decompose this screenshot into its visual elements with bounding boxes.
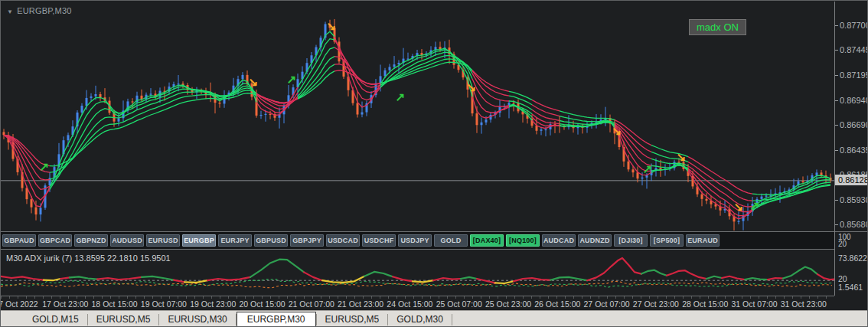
adx-scale-max: 73.8622: [838, 253, 867, 263]
price-chart-canvas[interactable]: ↗↘↗↘↗↘↘↗↘↘↗: [1, 2, 834, 232]
price-axis-label: 0.85680: [840, 220, 868, 229]
symbol-button-eurjpy[interactable]: EURJPY: [218, 234, 252, 247]
current-price-tag: 0.86128: [835, 175, 868, 185]
tab-divider: [452, 314, 452, 325]
symbol-button-eurgbp[interactable]: EURGBP: [182, 234, 216, 247]
buy-arrow-icon: ↗: [287, 73, 297, 86]
time-axis-label: 27 Oct 07:00: [584, 299, 630, 309]
time-axis-label: 19 Oct 07:00: [141, 299, 187, 309]
time-axis-label: 17 Oct 2022: [0, 299, 38, 309]
time-axis-label: 31 Oct 23:00: [781, 299, 827, 309]
buy-arrow-icon: ↗: [643, 162, 653, 175]
symbol-button-nq100[interactable]: [NQ100]: [506, 234, 540, 247]
symbol-button-dji30[interactable]: [DJI30]: [614, 234, 648, 247]
buy-arrow-icon: ↗: [396, 90, 406, 103]
price-axis-tick: [835, 125, 838, 126]
chart-tab-bar: GOLD,M15EURUSD,M5EURUSD,M30EURGBP,M30EUR…: [1, 310, 868, 327]
chart-tab-eurusd-m30[interactable]: EURUSD,M30: [159, 312, 235, 326]
time-axis-label: 21 Oct 07:00: [289, 299, 334, 309]
symbol-button-usdjpy[interactable]: USDJPY: [398, 234, 432, 247]
collapse-chart-icon[interactable]: ▼: [7, 8, 13, 15]
symbol-button-gbpcad[interactable]: GBPCAD: [38, 234, 72, 247]
adx-scale-min: 1.5461: [838, 283, 863, 292]
time-axis-label: 24 Oct 15:00: [387, 299, 432, 309]
sell-arrow-icon: ↘: [467, 80, 477, 93]
price-axis-label: 0.87700: [840, 21, 868, 30]
time-axis-label: 26 Oct 15:00: [534, 299, 580, 309]
price-axis-tick: [835, 100, 838, 101]
symbol-button-gbpaud[interactable]: GBPAUD: [2, 234, 36, 247]
time-axis-label: 21 Oct 23:00: [338, 299, 383, 309]
price-axis-label: 0.85930: [840, 195, 868, 204]
time-axis[interactable]: 17 Oct 202217 Oct 23:0018 Oct 15:0019 Oc…: [1, 296, 834, 310]
price-axis-tick: [835, 25, 838, 26]
price-axis[interactable]: 100 20 73.8622 20 1.5461 0.877000.874450…: [835, 1, 868, 310]
symbol-switcher-bar: GBPAUDGBPCADGBPNZDAUDUSDEURUSDEURGBPEURJ…: [1, 232, 834, 249]
subwindow-scale-20: 20: [838, 240, 847, 248]
sell-arrow-icon: ↘: [327, 19, 337, 32]
time-axis-label: 17 Oct 23:00: [42, 299, 88, 309]
time-axis-label: 25 Oct 23:00: [485, 299, 531, 309]
time-axis-label: 28 Oct 15:00: [682, 299, 728, 309]
chart-title: ▼EURGBP,M30: [7, 6, 72, 15]
price-axis-label: 0.86940: [840, 96, 868, 105]
chart-tab-eurusd-m5[interactable]: EURUSD,M5: [88, 312, 159, 326]
symbol-button-gold[interactable]: GOLD: [434, 234, 468, 247]
sell-arrow-icon: ↘: [734, 200, 744, 213]
chart-tab-gold-m15[interactable]: GOLD,M15: [24, 312, 87, 326]
symbol-button-usdcad[interactable]: USDCAD: [326, 234, 360, 247]
trading-platform-window: ↗↘↗↘↗↘↘↗↘↘↗ ▼EURGBP,M30 madx ON GBPAUDGB…: [0, 0, 868, 327]
price-axis-label: 0.87195: [840, 70, 868, 80]
chart-symbol-period-label: EURGBP,M30: [17, 6, 72, 15]
symbol-button-audnzd[interactable]: AUDNZD: [578, 234, 612, 247]
time-axis-label: 18 Oct 15:00: [92, 299, 138, 309]
price-axis-label: 0.86435: [840, 146, 868, 155]
madx-toggle-button[interactable]: madx ON: [689, 19, 746, 35]
symbol-button-euraud[interactable]: EURAUD: [686, 234, 720, 247]
chart-tab-gold-m30[interactable]: GOLD,M30: [388, 312, 452, 326]
symbol-button-sp500[interactable]: [SP500]: [650, 234, 684, 247]
symbol-button-usdchf[interactable]: USDCHF: [362, 234, 396, 247]
price-axis-tick: [835, 150, 838, 151]
price-axis-label: 0.87445: [840, 45, 868, 54]
sell-arrow-icon: ↘: [677, 150, 687, 163]
symbol-button-audusd[interactable]: AUDUSD: [110, 234, 144, 247]
price-axis-tick: [835, 200, 838, 201]
symbol-button-gbpusd[interactable]: GBPUSD: [254, 234, 288, 247]
indicator-header: M30 ADX jurik (7) 13.8595 22.1810 15.950…: [6, 253, 171, 263]
price-axis-label: 0.86690: [840, 120, 868, 129]
time-axis-label: 31 Oct 07:00: [731, 299, 777, 309]
symbol-button-eurusd[interactable]: EURUSD: [146, 234, 180, 247]
price-axis-tick: [835, 50, 838, 51]
buy-arrow-icon: ↗: [40, 160, 50, 173]
symbol-button-dax40[interactable]: [DAX40]: [470, 234, 504, 247]
time-axis-label: 19 Oct 23:00: [190, 299, 236, 309]
time-axis-ticks: [1, 296, 834, 299]
time-axis-label: 25 Oct 07:00: [436, 299, 482, 309]
symbol-button-gbpnzd[interactable]: GBPNZD: [74, 234, 108, 247]
price-axis-tick: [835, 224, 838, 225]
price-axis-tick: [835, 75, 838, 76]
symbol-button-audcad[interactable]: AUDCAD: [542, 234, 576, 247]
chart-tab-eurusd-m5[interactable]: EURUSD,M5: [317, 312, 388, 326]
time-axis-label: 20 Oct 15:00: [239, 299, 285, 309]
sell-arrow-icon: ↘: [249, 75, 259, 88]
time-axis-label: 27 Oct 23:00: [633, 299, 679, 309]
chart-tab-eurgbp-m30[interactable]: EURGBP,M30: [237, 312, 316, 327]
sell-arrow-icon: ↘: [612, 124, 622, 137]
symbol-button-gbpjpy[interactable]: GBPJPY: [290, 234, 324, 247]
buy-arrow-icon: ↗: [750, 199, 760, 212]
